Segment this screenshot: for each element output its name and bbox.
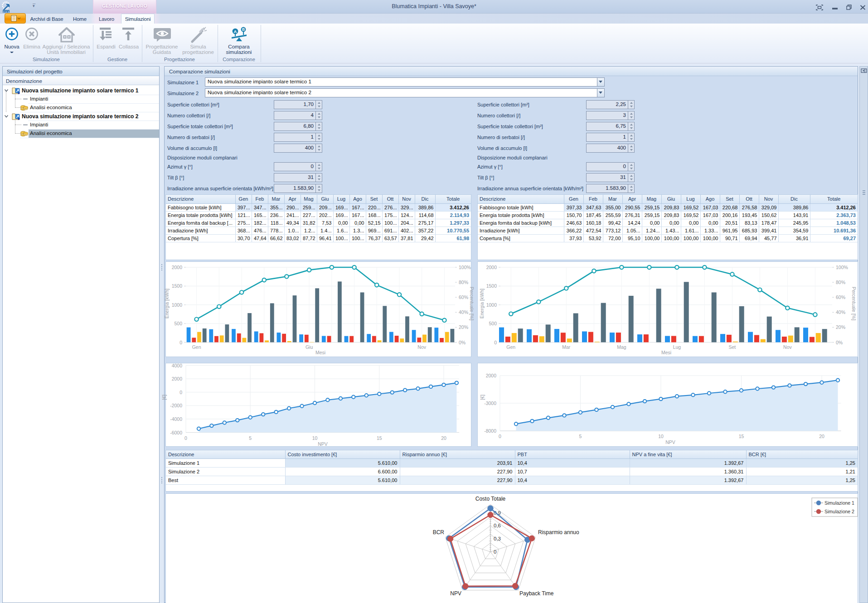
svg-text:500: 500 — [174, 321, 182, 326]
svg-text:0,6: 0,6 — [494, 523, 501, 528]
svg-text:0: 0 — [179, 390, 182, 395]
svg-text:Gen: Gen — [192, 344, 201, 350]
svg-text:Simulazione 1: Simulazione 1 — [824, 500, 854, 506]
svg-text:1000: 1000 — [486, 302, 497, 308]
svg-text:-3000: -3000 — [484, 400, 496, 406]
svg-text:20: 20 — [819, 434, 824, 439]
svg-text:80%: 80% — [836, 280, 845, 285]
svg-text:NPV: NPV — [450, 590, 461, 597]
svg-text:40%: 40% — [836, 309, 845, 315]
svg-text:100%: 100% — [459, 265, 471, 270]
svg-text:Mag: Mag — [617, 344, 626, 350]
svg-text:60%: 60% — [459, 294, 468, 300]
svg-text:-2000: -2000 — [170, 403, 182, 408]
svg-text:15: 15 — [739, 434, 744, 439]
svg-text:500: 500 — [489, 321, 497, 326]
svg-text:Costo Totale: Costo Totale — [475, 496, 506, 502]
svg-text:Mar: Mar — [562, 344, 571, 350]
svg-text:20%: 20% — [836, 324, 845, 330]
svg-text:-6000: -6000 — [170, 430, 182, 435]
svg-text:4000: 4000 — [172, 363, 183, 368]
svg-text:60%: 60% — [836, 294, 845, 300]
svg-text:20: 20 — [441, 435, 446, 441]
svg-text:10: 10 — [312, 435, 318, 441]
svg-text:2000: 2000 — [172, 265, 183, 270]
svg-text:1000: 1000 — [172, 302, 183, 308]
svg-text:15: 15 — [377, 435, 382, 441]
svg-text:NPV: NPV — [665, 439, 675, 445]
svg-text:Giu: Giu — [305, 344, 313, 350]
svg-text:20%: 20% — [459, 324, 468, 330]
svg-text:Simulazione 2: Simulazione 2 — [824, 509, 854, 514]
svg-text:2000: 2000 — [172, 376, 183, 381]
svg-text:2000: 2000 — [486, 265, 497, 270]
svg-text:5: 5 — [579, 434, 582, 439]
svg-text:Lug: Lug — [673, 344, 681, 350]
svg-text:0: 0 — [494, 549, 496, 555]
svg-text:A: A — [234, 29, 237, 34]
svg-text:80%: 80% — [459, 280, 468, 285]
svg-text:1500: 1500 — [486, 283, 497, 289]
svg-text:NPV: NPV — [318, 441, 328, 447]
svg-text:2000: 2000 — [486, 373, 497, 378]
svg-text:Risparmio annuo: Risparmio annuo — [538, 529, 579, 535]
svg-text:0: 0 — [179, 340, 182, 345]
svg-text:0%: 0% — [836, 340, 843, 345]
svg-text:10: 10 — [658, 434, 664, 439]
svg-text:Set: Set — [729, 344, 736, 350]
svg-text:5: 5 — [249, 435, 252, 441]
svg-text:Payback Time: Payback Time — [519, 590, 554, 597]
svg-text:-4000: -4000 — [170, 416, 182, 422]
svg-text:Nov: Nov — [417, 344, 426, 350]
svg-text:Nov: Nov — [783, 344, 792, 350]
svg-text:Mesi: Mesi — [661, 350, 671, 355]
svg-text:0: 0 — [494, 340, 497, 345]
svg-text:0: 0 — [499, 434, 501, 439]
svg-text:Gen: Gen — [506, 344, 515, 350]
svg-text:BCR: BCR — [433, 529, 445, 535]
svg-text:0,3: 0,3 — [494, 536, 501, 541]
svg-text:Mesi: Mesi — [315, 350, 325, 355]
svg-text:0%: 0% — [459, 340, 466, 345]
svg-text:100%: 100% — [836, 265, 848, 270]
svg-text:-8000: -8000 — [484, 428, 496, 434]
svg-text:40%: 40% — [459, 309, 468, 315]
svg-text:0: 0 — [184, 435, 187, 441]
svg-text:1500: 1500 — [172, 283, 183, 289]
svg-text:B: B — [242, 27, 245, 32]
